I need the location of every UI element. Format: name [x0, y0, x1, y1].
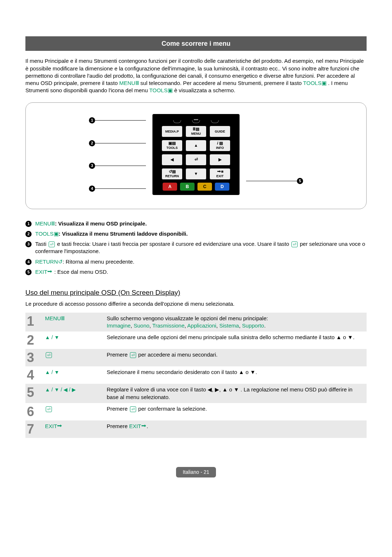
- right-button[interactable]: ▶: [209, 154, 230, 166]
- step-7-num: 7: [25, 420, 44, 438]
- legend-num-5: 5: [25, 269, 32, 275]
- remote-body: MEDIA.P Ⅲ▤MENU GUIDE ▣▤TOOLS ▲ i ▤INFO ◀…: [152, 114, 240, 195]
- exit-top-icon: ⮕▣: [217, 170, 223, 174]
- down-arrow-icon: ▼: [194, 172, 198, 176]
- label-2: 2: [89, 140, 95, 146]
- step-5-key: ▲ / ▼ / ◀ / ▶: [44, 384, 105, 403]
- step-3-num: 3: [25, 349, 44, 366]
- menu-icon: Ⅲ: [135, 80, 139, 86]
- legend-2-key: TOOLS: [35, 231, 54, 237]
- intro-text-d: è visualizzata a schermo.: [174, 87, 235, 93]
- info-button[interactable]: i ▤INFO: [209, 140, 230, 151]
- enter-icon: ⏎: [195, 158, 198, 162]
- label-3: 3: [89, 163, 95, 169]
- step-3-key: ⏎: [44, 349, 105, 366]
- exit-button[interactable]: ⮕▣EXIT: [209, 168, 230, 180]
- color-c-button[interactable]: C: [197, 183, 212, 191]
- step-6-key: ⏎: [44, 403, 105, 420]
- menu-label: MENU: [191, 131, 201, 136]
- legend-1-icon: Ⅲ: [51, 220, 55, 227]
- info-label: INFO: [216, 146, 224, 150]
- intro-paragraph: Il menu Principale e il menu Strumenti c…: [25, 57, 367, 94]
- step-1-desc: Sullo schermo vengono visualizzate le op…: [105, 313, 367, 332]
- step-2-desc: Selezionare una delle opzioni del menu p…: [105, 332, 367, 349]
- return-button[interactable]: ↺▤RETURN: [162, 168, 183, 180]
- step-row-4: 4 ▲ / ▼ Selezionare il menu secondario d…: [25, 366, 367, 384]
- tools-word-2: TOOLS: [149, 87, 168, 93]
- page-footer: Italiano - 21: [25, 467, 367, 477]
- osd-subtext: Le procedure di accesso possono differir…: [25, 300, 367, 308]
- guide-label: GUIDE: [215, 129, 225, 134]
- remote-notches: [157, 120, 235, 123]
- legend-3-b: e tasti freccia: Usare i tasti freccia p…: [56, 241, 291, 247]
- enter-icon-box: ⏎: [49, 241, 55, 247]
- step-row-6: 6 ⏎ Premere ⏎ per confermare la selezion…: [25, 403, 367, 420]
- return-label: RETURN: [165, 174, 179, 178]
- legend-5-icon: ⮕: [47, 269, 53, 275]
- step-4-desc: Selezionare il menu secondario desiderat…: [105, 366, 367, 384]
- down-button[interactable]: ▼: [185, 168, 207, 180]
- step-row-5: 5 ▲ / ▼ / ◀ / ▶ Regolare il valore di un…: [25, 384, 367, 403]
- color-d-button[interactable]: D: [215, 183, 229, 191]
- legend-5-text: : Esce dal menu OSD.: [53, 269, 108, 275]
- tools-icon-2: ▣: [168, 87, 173, 93]
- mediap-label: MEDIA.P: [165, 129, 179, 134]
- menu-button[interactable]: Ⅲ▤MENU: [185, 126, 207, 137]
- legend-num-2: 2: [25, 231, 32, 237]
- legend-1-text: : Visualizza il menu OSD principale.: [55, 220, 147, 227]
- mediap-button[interactable]: MEDIA.P: [162, 126, 183, 137]
- enter-button[interactable]: ⏎: [185, 154, 207, 166]
- legend-4-icon: ↺: [58, 259, 63, 265]
- label-1: 1: [89, 117, 95, 123]
- step-1-key: MENUⅢ: [44, 313, 105, 332]
- diagram-labels-left: 1 2 3 4: [89, 109, 146, 200]
- step-5-desc: Regolare il valore di una voce con il ta…: [105, 384, 367, 403]
- step-6-desc: Premere ⏎ per confermare la selezione.: [105, 403, 367, 420]
- osd-heading: Uso del menu principale OSD (On Screen D…: [25, 288, 367, 297]
- intro-text-b: sul telecomando. Per accedere al menu St…: [140, 80, 303, 86]
- step-row-3: 3 ⏎ Premere ⏎ per accedere ai menu secon…: [25, 349, 367, 366]
- left-button[interactable]: ◀: [162, 154, 183, 166]
- step-7-desc: Premere EXIT⮕.: [105, 420, 367, 438]
- step-1-num: 1: [25, 313, 44, 332]
- tools-icon: ▣: [322, 80, 327, 86]
- tools-top-icon: ▣▤: [168, 141, 176, 145]
- color-b-button[interactable]: B: [180, 183, 195, 191]
- legend-3-a: Tasti: [35, 241, 48, 247]
- step-7-key: EXIT⮕: [44, 420, 105, 438]
- page-number: Italiano - 21: [176, 467, 216, 477]
- enter-icon-box-2: ⏎: [291, 241, 298, 247]
- step-6-num: 6: [25, 403, 44, 420]
- up-button[interactable]: ▲: [185, 140, 207, 151]
- step-row-2: 2 ▲ / ▼ Selezionare una delle opzioni de…: [25, 332, 367, 349]
- steps-table: 1 MENUⅢ Sullo schermo vengono visualizza…: [25, 313, 367, 438]
- menu-top-icon: Ⅲ▤: [193, 127, 199, 131]
- left-arrow-icon: ◀: [171, 158, 173, 162]
- step-3-desc: Premere ⏎ per accedere ai menu secondari…: [105, 349, 367, 366]
- legend-2-icon: ▣: [54, 231, 59, 237]
- diagram-labels-right: 5: [246, 109, 303, 200]
- section-title: Come scorrere i menu: [25, 36, 367, 51]
- legend-5-key: EXIT: [35, 269, 47, 275]
- legend-num-1: 1: [25, 221, 32, 227]
- tools-word: TOOLS: [303, 80, 322, 86]
- step-5-num: 5: [25, 384, 44, 403]
- tools-button[interactable]: ▣▤TOOLS: [162, 140, 183, 151]
- legend-1-key: MENU: [35, 220, 51, 227]
- step-2-num: 2: [25, 332, 44, 349]
- step-row-7: 7 EXIT⮕ Premere EXIT⮕.: [25, 420, 367, 438]
- tools-label: TOOLS: [167, 146, 178, 150]
- legend-list: 1 MENUⅢ: Visualizza il menu OSD principa…: [25, 220, 367, 276]
- label-4: 4: [89, 186, 95, 192]
- menu-word: MENU: [119, 80, 135, 86]
- legend-num-4: 4: [25, 259, 32, 265]
- legend-4-key: RETURN: [35, 259, 58, 265]
- legend-2-text: : Visualizza il menu Strumenti laddove d…: [59, 231, 188, 237]
- guide-button[interactable]: GUIDE: [209, 126, 230, 137]
- exit-label: EXIT: [216, 174, 224, 178]
- step-row-1: 1 MENUⅢ Sullo schermo vengono visualizza…: [25, 313, 367, 332]
- color-a-button[interactable]: A: [163, 183, 177, 191]
- up-arrow-icon: ▲: [194, 143, 198, 147]
- info-top-icon: i ▤: [217, 141, 223, 145]
- label-5: 5: [297, 178, 303, 184]
